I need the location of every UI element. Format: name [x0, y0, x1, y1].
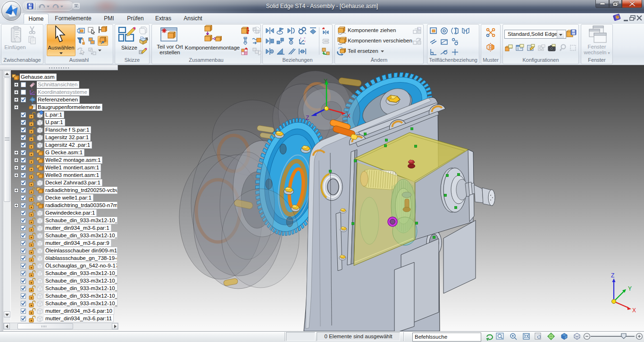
svg-text:X: X [632, 307, 636, 314]
svg-text:X: X [347, 113, 351, 119]
svg-text:z: z [300, 37, 301, 40]
svg-text:Y: Y [628, 285, 632, 292]
svg-text:Z: Z [611, 272, 614, 279]
svg-text:Z: Z [306, 115, 309, 121]
svg-text:x: x [34, 91, 36, 93]
svg-text:Y: Y [324, 78, 327, 84]
svg-text:x: x [304, 40, 306, 42]
svg-text:Y: Y [31, 89, 33, 92]
